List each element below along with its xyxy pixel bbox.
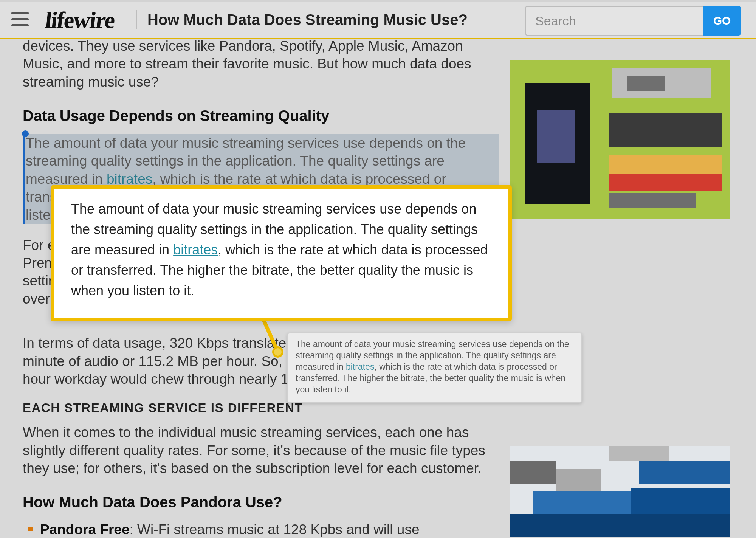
selection-start-handle-icon[interactable]: [22, 130, 29, 137]
each-service-paragraph: When it comes to the individual music st…: [23, 423, 499, 477]
menu-icon[interactable]: [11, 12, 29, 26]
heading-pandora: How Much Data Does Pandora Use?: [23, 494, 499, 511]
header-divider: [136, 10, 137, 29]
intro-paragraph: devices. They use services like Pandora,…: [23, 37, 499, 91]
callout-small-bitrates-link[interactable]: bitrates: [346, 362, 374, 372]
heading-each-service: EACH STREAMING SERVICE IS DIFFERENT: [23, 401, 499, 415]
sidebar-image-bottom: [510, 446, 730, 537]
site-logo[interactable]: lifewire: [44, 7, 116, 34]
list-item-label: Pandora Free: [40, 522, 129, 537]
search-go-button[interactable]: GO: [703, 6, 741, 36]
bitrates-link[interactable]: bitrates: [107, 171, 152, 187]
callout-primary: The amount of data your music streaming …: [51, 185, 512, 321]
list-item: Pandora Free: Wi-Fi streams music at 128…: [38, 521, 499, 538]
callout-bitrates-link[interactable]: bitrates: [173, 242, 218, 257]
page-title: How Much Data Does Streaming Music Use?: [147, 11, 468, 28]
annotation-anchor-dot-icon: [272, 346, 284, 358]
header-bar: lifewire How Much Data Does Streaming Mu…: [0, 0, 756, 39]
search-form: GO: [525, 6, 741, 36]
callout-secondary: The amount of data your music streaming …: [287, 333, 582, 403]
heading-quality: Data Usage Depends on Streaming Quality: [23, 107, 499, 124]
sidebar-image-top: [510, 60, 730, 219]
search-input[interactable]: [525, 6, 703, 36]
